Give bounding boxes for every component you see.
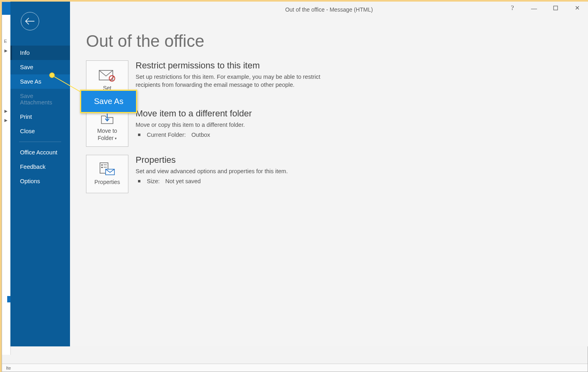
close-button[interactable]: ✕	[566, 2, 588, 14]
move-button-label: Move to Folder▾	[89, 128, 126, 142]
sidebar-item-save-as[interactable]: Save As	[10, 74, 70, 89]
sidebar-item-label: Save As	[20, 78, 41, 85]
kv-label: Size:	[147, 178, 160, 184]
sidebar-item-close[interactable]: Close	[10, 124, 70, 138]
move-heading: Move item to a different folder	[136, 108, 252, 119]
callout-text: Save As	[94, 97, 123, 106]
backstage-content: Out of the office - Message (HTML) ? — ✕…	[70, 2, 588, 346]
bullet-icon	[138, 180, 140, 182]
move-current-folder: Current Folder: Outbox	[136, 132, 252, 138]
properties-size: Size: Not yet saved	[136, 178, 288, 184]
move-button[interactable]: Move to Folder▾	[86, 108, 128, 147]
sidebar-item-label: Info	[20, 50, 30, 56]
sidebar-item-save-attachments: Save Attachments	[10, 89, 70, 110]
move-text: Move item to a different folder Move or …	[136, 108, 252, 138]
window-controls: ? — ✕	[502, 2, 588, 14]
sidebar-item-feedback[interactable]: Feedback	[10, 160, 70, 174]
sidebar-item-label: Save Attachments	[20, 93, 52, 106]
properties-icon	[99, 162, 115, 176]
sidebar-item-label: Feedback	[20, 164, 46, 170]
section-restrict: Set Restrict permissions to this item Se…	[86, 60, 588, 100]
restrict-body: Set up restrictions for this item. For e…	[136, 73, 344, 89]
sidebar-item-print[interactable]: Print	[10, 110, 70, 124]
properties-button-label: Properties	[94, 179, 120, 186]
sidebar-item-label: Print	[20, 114, 32, 120]
minimize-icon: —	[531, 5, 537, 12]
properties-text: Properties Set and view advanced options…	[136, 155, 288, 184]
background-folder-label: E	[4, 39, 10, 44]
restrict-text: Restrict permissions to this item Set up…	[136, 60, 344, 89]
sidebar-item-options[interactable]: Options	[10, 174, 70, 188]
restrict-icon	[98, 69, 116, 82]
move-button-text: Move to Folder	[97, 128, 117, 141]
caret-icon: ▶	[4, 118, 10, 122]
minimize-button[interactable]: —	[523, 2, 545, 14]
properties-heading: Properties	[136, 155, 288, 165]
caret-icon: ▶	[4, 109, 10, 113]
status-text: Ite	[6, 366, 11, 370]
properties-button[interactable]: Properties	[86, 155, 128, 193]
svg-rect-1	[554, 6, 558, 10]
sidebar-item-label: Save	[20, 64, 33, 70]
maximize-button[interactable]	[545, 2, 566, 14]
bullet-icon	[138, 134, 140, 136]
sidebar-item-info[interactable]: Info	[10, 46, 70, 60]
sidebar-item-label: Options	[20, 178, 40, 184]
sidebar-item-save[interactable]: Save	[10, 60, 70, 74]
help-button[interactable]: ?	[502, 2, 523, 14]
section-properties: Properties Properties Set and view advan…	[86, 155, 588, 193]
caret-icon: ▶	[4, 48, 10, 53]
maximize-icon	[553, 6, 558, 10]
page-title: Out of the office	[86, 32, 588, 51]
arrow-left-icon	[25, 17, 35, 25]
kv-value: Outbox	[192, 132, 210, 138]
svg-rect-7	[101, 164, 103, 166]
kv-value: Not yet saved	[165, 178, 201, 184]
info-sections: Set Restrict permissions to this item Se…	[86, 60, 588, 193]
back-button[interactable]	[21, 12, 39, 30]
move-body: Move or copy this item to a different fo…	[136, 121, 252, 129]
move-to-folder-icon	[100, 114, 114, 124]
background-folder-pane: E ▶ ▶ ▶	[2, 15, 11, 355]
svg-rect-8	[101, 167, 103, 168]
sidebar-item-label: Office Account	[20, 149, 57, 156]
backstage-sidebar: Info Save Save As Save Attachments Print…	[10, 2, 70, 346]
sidebar-menu-primary: Info Save Save As Save Attachments Print…	[10, 46, 70, 188]
sidebar-item-label: Close	[20, 128, 35, 134]
properties-body: Set and view advanced options and proper…	[136, 168, 288, 176]
callout-label: Save As	[80, 90, 137, 113]
background-statusbar: Ite	[2, 364, 588, 372]
sidebar-item-office-account[interactable]: Office Account	[10, 145, 70, 160]
restrict-heading: Restrict permissions to this item	[136, 60, 344, 71]
title-bar: Out of the office - Message (HTML) ? — ✕	[70, 2, 588, 18]
backstage-window: Info Save Save As Save Attachments Print…	[10, 2, 588, 346]
chevron-down-icon: ▾	[115, 136, 117, 141]
callout-dot	[49, 72, 55, 78]
section-move: Move to Folder▾ Move item to a different…	[86, 108, 588, 147]
help-icon: ?	[511, 4, 514, 12]
close-icon: ✕	[575, 4, 580, 12]
sidebar-divider	[19, 142, 61, 142]
kv-label: Current Folder:	[147, 132, 186, 138]
